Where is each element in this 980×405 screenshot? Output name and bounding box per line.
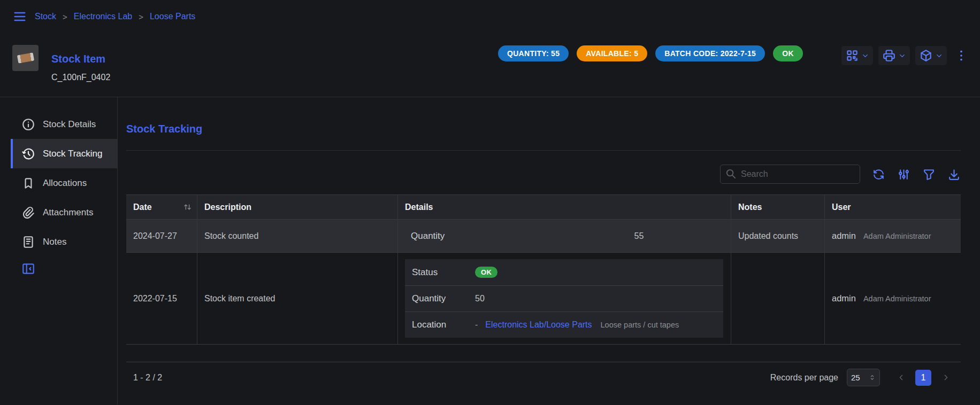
breadcrumb-separator: > [63, 12, 67, 21]
detail-label: Status [412, 267, 475, 278]
column-header-date[interactable]: Date [126, 195, 197, 219]
prev-page-button[interactable] [893, 370, 909, 386]
content: Stock Details Stock Tracking Allocations… [0, 97, 980, 404]
location-link[interactable]: Electronics Lab/Loose Parts [485, 320, 592, 330]
paperclip-icon [21, 206, 35, 220]
column-header-notes[interactable]: Notes [731, 195, 825, 219]
sidebar-collapse-button[interactable] [0, 262, 117, 276]
topbar: Stock > Electronics Lab > Loose Parts [0, 0, 980, 33]
adjustments-icon [897, 168, 910, 181]
cell-notes [731, 253, 825, 344]
download-button[interactable] [947, 168, 961, 181]
more-actions-button[interactable] [952, 46, 970, 65]
batch-code-badge: BATCH CODE: 2022-7-15 [655, 45, 765, 61]
table-header-row: Date Description Details Notes User [126, 194, 961, 220]
collapse-sidebar-icon [21, 262, 117, 276]
records-per-page-label: Records per page [770, 373, 838, 383]
breadcrumb-link-loose-parts[interactable]: Loose Parts [150, 12, 195, 21]
chevron-right-icon [941, 373, 951, 382]
header-actions [841, 46, 970, 65]
search-icon [725, 168, 737, 180]
history-icon [21, 147, 35, 161]
filter-button[interactable] [922, 168, 936, 181]
sidebar-item-attachments[interactable]: Attachments [11, 198, 117, 227]
page-title: Stock Item [51, 52, 110, 65]
search-input[interactable] [720, 165, 860, 184]
cell-date: 2022-07-15 [126, 253, 197, 344]
sidebar-item-allocations[interactable]: Allocations [11, 168, 117, 198]
chevron-left-icon [897, 373, 906, 382]
column-header-description[interactable]: Description [197, 195, 398, 219]
detail-row-status: Status OK [405, 259, 723, 285]
page-1-button[interactable]: 1 [915, 370, 931, 386]
sidebar-item-label: Attachments [43, 207, 94, 218]
barcode-actions-button[interactable] [841, 46, 873, 65]
download-icon [947, 168, 961, 181]
sidebar-item-stock-details[interactable]: Stock Details [11, 110, 117, 139]
detail-row-quantity: Quantity 50 [405, 285, 723, 311]
app-root: Stock > Electronics Lab > Loose Parts St… [0, 0, 980, 404]
cell-description: Stock item created [197, 253, 398, 344]
print-actions-button[interactable] [878, 46, 910, 65]
sidebar-item-label: Notes [43, 237, 66, 247]
menu-icon[interactable] [12, 9, 27, 24]
table-row[interactable]: 2022-07-15 Stock item created Status OK … [126, 253, 961, 345]
bookmark-icon [21, 176, 35, 190]
notes-icon [21, 235, 35, 249]
record-range: 1 - 2 / 2 [133, 373, 162, 383]
table-row[interactable]: 2024-07-27 Stock counted Quantity 55 Upd… [126, 220, 961, 253]
part-name: C_100nF_0402 [51, 73, 110, 82]
details-subtable: Status OK Quantity 50 Location - Electro… [405, 259, 723, 338]
sidebar-item-notes[interactable]: Notes [11, 227, 117, 256]
breadcrumb: Stock > Electronics Lab > Loose Parts [35, 12, 195, 21]
breadcrumb-link-stock[interactable]: Stock [35, 12, 56, 21]
stock-item-thumbnail[interactable] [12, 45, 39, 71]
detail-label: Location [412, 320, 475, 330]
user-fullname: Adam Administrator [863, 294, 931, 303]
page-titles: Stock Item C_100nF_0402 [51, 52, 110, 97]
stock-actions-button[interactable] [915, 46, 947, 65]
column-header-details[interactable]: Details [398, 195, 731, 219]
username: admin [832, 231, 856, 241]
selector-icon [869, 374, 876, 381]
sidebar-item-label: Allocations [43, 178, 87, 189]
cell-details: Quantity 55 [398, 220, 731, 252]
breadcrumb-link-electronics-lab[interactable]: Electronics Lab [74, 12, 132, 21]
cell-user: admin Adam Administrator [825, 220, 961, 252]
sidebar: Stock Details Stock Tracking Allocations… [0, 97, 118, 404]
pagination: 1 [893, 370, 954, 386]
sort-icon[interactable] [183, 203, 192, 211]
sidebar-item-stock-tracking[interactable]: Stock Tracking [11, 139, 117, 168]
detail-label: Quantity [411, 231, 445, 242]
cell-details: Status OK Quantity 50 Location - Electro… [398, 253, 731, 344]
detail-value: 55 [634, 231, 644, 241]
section-heading: Stock Tracking [126, 122, 961, 136]
available-badge: AVAILABLE: 5 [577, 45, 647, 61]
sidebar-item-label: Stock Details [43, 119, 96, 130]
column-header-label: Date [133, 203, 152, 212]
chevron-down-icon [898, 52, 906, 60]
refresh-button[interactable] [872, 168, 885, 181]
detail-row-location: Location - Electronics Lab/Loose Parts L… [405, 311, 723, 338]
chevron-down-icon [861, 52, 869, 60]
table-footer: 1 - 2 / 2 Records per page 25 1 [126, 362, 961, 393]
cell-notes: Updated counts [731, 220, 825, 252]
printer-icon [882, 49, 896, 63]
dots-vertical-icon [954, 49, 968, 63]
table-toolbar [126, 165, 961, 184]
search-box [720, 165, 860, 184]
page-header: Stock Item C_100nF_0402 QUANTITY: 55 AVA… [0, 33, 980, 97]
cell-description: Stock counted [197, 220, 398, 252]
capacitor-image [17, 53, 34, 64]
next-page-button[interactable] [938, 370, 954, 386]
sidebar-item-label: Stock Tracking [43, 149, 103, 159]
column-header-user[interactable]: User [825, 195, 961, 219]
detail-value: 50 [475, 294, 485, 303]
records-per-page-select[interactable]: 25 [847, 369, 880, 386]
location-description: Loose parts / cut tapes [601, 321, 679, 329]
column-settings-button[interactable] [897, 168, 910, 181]
username: admin [832, 293, 856, 303]
status-badges: QUANTITY: 55 AVAILABLE: 5 BATCH CODE: 20… [498, 45, 803, 61]
refresh-icon [872, 168, 885, 181]
status-ok-badge: OK [773, 45, 803, 61]
